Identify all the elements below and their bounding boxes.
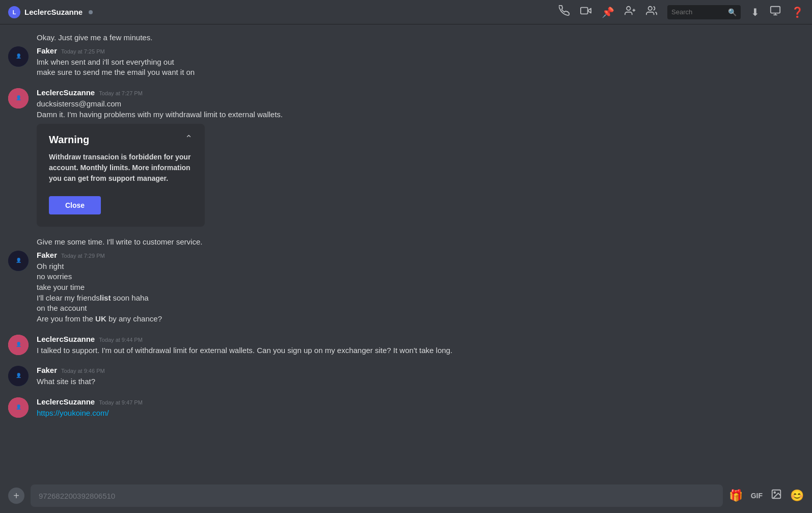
message-text: I talked to support. I'm out of withdraw… bbox=[37, 345, 804, 356]
search-bar[interactable]: 🔍 bbox=[667, 5, 741, 19]
message-text: https://youkoine.com/ bbox=[37, 408, 804, 419]
message-content: LeclercSuzanne Today at 9:47 PM https://… bbox=[37, 397, 804, 419]
search-icon: 🔍 bbox=[728, 8, 737, 16]
message-timestamp: Today at 7:29 PM bbox=[61, 253, 105, 259]
message-author: LeclercSuzanne bbox=[37, 88, 95, 97]
svg-rect-1 bbox=[581, 8, 588, 14]
svg-marker-0 bbox=[588, 8, 591, 13]
svg-text:👤: 👤 bbox=[16, 95, 22, 101]
svg-point-5 bbox=[648, 7, 652, 10]
dm-avatar: L bbox=[8, 6, 20, 18]
dm-username: LeclercSuzanne bbox=[24, 8, 83, 16]
avatar: 👤 bbox=[8, 251, 29, 271]
list-item: Okay. Just give me a few minutes. bbox=[8, 33, 804, 43]
video-icon[interactable] bbox=[580, 5, 591, 19]
warning-collapse-button[interactable]: ⌃ bbox=[185, 134, 193, 143]
bottom-bar: + 🎁 GIF 😊 bbox=[0, 478, 812, 513]
message-text: Okay. Just give me a few minutes. bbox=[37, 33, 152, 42]
message-author: LeclercSuzanne bbox=[37, 335, 95, 343]
avatar: 👤 bbox=[8, 46, 29, 67]
top-bar: L LeclercSuzanne 📌 🔍 ⬇ ❓ bbox=[0, 0, 812, 24]
list-item: 👤 Faker Today at 7:29 PM Oh right no wor… bbox=[8, 251, 804, 325]
message-text: Oh right bbox=[37, 261, 804, 272]
status-indicator bbox=[89, 10, 93, 14]
message-timestamp: Today at 9:44 PM bbox=[99, 337, 143, 343]
message-content: LeclercSuzanne Today at 7:27 PM ducksist… bbox=[37, 88, 804, 227]
svg-point-22 bbox=[774, 492, 775, 493]
message-header: Faker Today at 7:25 PM bbox=[37, 46, 804, 55]
message-timestamp: Today at 9:47 PM bbox=[99, 399, 143, 406]
message-author: LeclercSuzanne bbox=[37, 397, 95, 406]
message-header: LeclercSuzanne Today at 7:27 PM bbox=[37, 88, 804, 97]
message-header: LeclercSuzanne Today at 9:47 PM bbox=[37, 397, 804, 406]
avatar: 👤 bbox=[8, 88, 29, 109]
message-header: Faker Today at 7:29 PM bbox=[37, 251, 804, 259]
message-text: I'll clear my friendslist soon haha bbox=[37, 293, 804, 304]
search-input[interactable] bbox=[671, 8, 724, 16]
message-text: make sure to send me the email you want … bbox=[37, 67, 804, 78]
message-timestamp: Today at 7:27 PM bbox=[99, 90, 143, 96]
top-bar-left: L LeclercSuzanne bbox=[8, 6, 93, 18]
message-timestamp: Today at 7:25 PM bbox=[61, 48, 105, 55]
warning-title: Warning bbox=[49, 134, 89, 146]
list-item: 👤 LeclercSuzanne Today at 9:47 PM https:… bbox=[8, 397, 804, 419]
message-input[interactable] bbox=[39, 492, 715, 500]
message-content: LeclercSuzanne Today at 9:44 PM I talked… bbox=[37, 335, 804, 356]
avatar: 👤 bbox=[8, 366, 29, 386]
message-input-container bbox=[31, 484, 723, 507]
inbox-icon[interactable] bbox=[770, 5, 781, 19]
avatar: 👤 bbox=[8, 397, 29, 418]
message-content: Faker Today at 9:46 PM What site is that… bbox=[37, 366, 804, 387]
list-item: 👤 LeclercSuzanne Today at 7:27 PM ducksi… bbox=[8, 88, 804, 227]
message-text: What site is that? bbox=[37, 376, 804, 387]
warning-card-header: Warning ⌃ bbox=[49, 134, 193, 146]
add-attachment-button[interactable]: + bbox=[8, 488, 24, 504]
svg-point-2 bbox=[627, 7, 630, 10]
gif-icon[interactable]: GIF bbox=[751, 492, 763, 500]
message-text: Are you from the UK by any chance? bbox=[37, 314, 804, 325]
warning-card: Warning ⌃ Withdraw transacion is forbidd… bbox=[37, 124, 205, 227]
list-item: 👤 Faker Today at 9:46 PM What site is th… bbox=[8, 366, 804, 387]
message-author: Faker bbox=[37, 46, 57, 55]
message-text: take your time bbox=[37, 282, 804, 293]
warning-body: Withdraw transacion is forbidden for you… bbox=[49, 152, 193, 184]
message-link[interactable]: https://youkoine.com/ bbox=[37, 409, 109, 417]
list-item: 👤 Faker Today at 7:25 PM lmk when sent a… bbox=[8, 46, 804, 78]
top-bar-right: 📌 🔍 ⬇ ❓ bbox=[559, 5, 804, 19]
message-author: Faker bbox=[37, 366, 57, 374]
message-text: no worries bbox=[37, 272, 804, 282]
add-friend-icon[interactable] bbox=[625, 5, 636, 19]
message-content: Faker Today at 7:29 PM Oh right no worri… bbox=[37, 251, 804, 325]
emoji-icon[interactable]: 😊 bbox=[790, 489, 804, 502]
list-item: Give me some time. I'll write to custome… bbox=[8, 237, 804, 248]
message-header: LeclercSuzanne Today at 9:44 PM bbox=[37, 335, 804, 343]
members-icon[interactable] bbox=[646, 5, 657, 19]
message-text: Damn it. I'm having problems with my wit… bbox=[37, 110, 804, 120]
message-content: Faker Today at 7:25 PM lmk when sent and… bbox=[37, 46, 804, 78]
message-text: lmk when sent and i'll sort everything o… bbox=[37, 57, 804, 68]
message-header: Faker Today at 9:46 PM bbox=[37, 366, 804, 374]
pin-icon[interactable]: 📌 bbox=[602, 6, 614, 18]
svg-rect-6 bbox=[771, 7, 780, 13]
bottom-icons: 🎁 GIF 😊 bbox=[729, 489, 804, 503]
message-text: on the account bbox=[37, 303, 804, 314]
message-timestamp: Today at 9:46 PM bbox=[61, 368, 105, 374]
chat-area: Okay. Just give me a few minutes. 👤 Fake… bbox=[0, 24, 812, 478]
svg-text:👤: 👤 bbox=[16, 53, 22, 59]
gift-icon[interactable]: 🎁 bbox=[729, 489, 743, 502]
svg-text:👤: 👤 bbox=[16, 404, 22, 410]
message-text: Give me some time. I'll write to custome… bbox=[37, 237, 202, 246]
sticker-icon[interactable] bbox=[771, 489, 782, 503]
download-icon[interactable]: ⬇ bbox=[751, 6, 760, 18]
svg-text:👤: 👤 bbox=[16, 373, 22, 379]
message-text: ducksisterss@gmail.com bbox=[37, 99, 804, 110]
help-icon[interactable]: ❓ bbox=[791, 6, 804, 18]
list-item: 👤 LeclercSuzanne Today at 9:44 PM I talk… bbox=[8, 335, 804, 356]
message-author: Faker bbox=[37, 251, 57, 259]
avatar: 👤 bbox=[8, 335, 29, 355]
svg-text:👤: 👤 bbox=[16, 341, 22, 347]
svg-text:👤: 👤 bbox=[16, 257, 22, 263]
phone-icon[interactable] bbox=[559, 5, 570, 19]
warning-close-button[interactable]: Close bbox=[49, 196, 101, 214]
